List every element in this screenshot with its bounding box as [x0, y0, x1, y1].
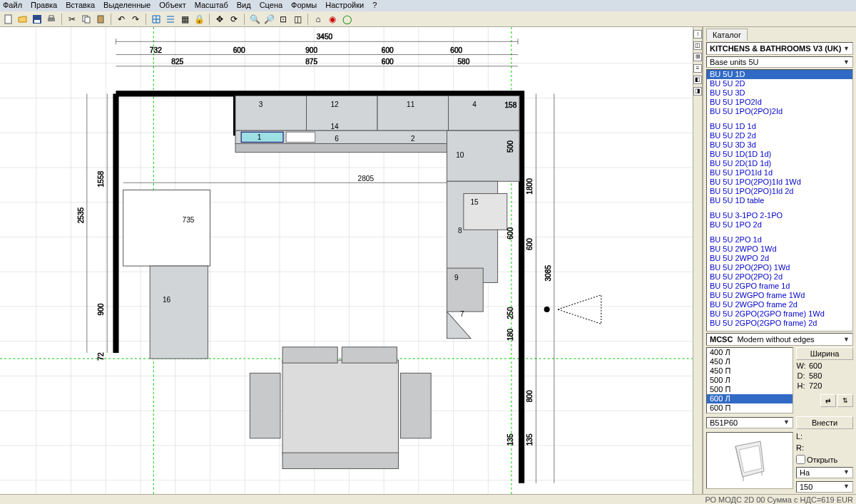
cut-icon[interactable]: ✂ — [66, 14, 78, 25]
catalog-item[interactable]: BU 5U 2D 2d — [707, 131, 852, 140]
zoom-in-icon[interactable]: 🔍 — [249, 14, 260, 25]
catalog-list[interactable]: BU 5U 1DBU 5U 2DBU 5U 3DBU 5U 1PO2IdBU 5… — [706, 69, 853, 331]
svg-text:580: 580 — [457, 58, 469, 66]
svg-rect-38 — [235, 96, 307, 130]
catalog-item[interactable]: BU 5U 3D 3d — [707, 140, 852, 150]
svg-text:250: 250 — [506, 307, 514, 319]
svg-text:1558: 1558 — [97, 171, 105, 187]
open-checkbox[interactable] — [796, 455, 805, 464]
catalog-item[interactable]: BU 5U 2WPO 2d — [707, 254, 852, 263]
vtool-3[interactable]: ⊞ — [693, 53, 702, 61]
catalog-item[interactable]: BU 5U 1D — [707, 70, 852, 79]
spot-icon[interactable]: ◯ — [341, 14, 352, 25]
menu-edit[interactable]: Правка — [31, 1, 57, 11]
layer-icon[interactable]: ▦ — [179, 14, 190, 25]
menu-settings[interactable]: Настройки — [325, 1, 364, 11]
catalog-item[interactable]: BU 5U 2D — [707, 79, 852, 88]
svg-rect-66 — [282, 360, 398, 454]
new-icon[interactable] — [3, 14, 14, 25]
catalog-item[interactable]: BU 5U 1D 1d — [707, 122, 852, 131]
catalog-item[interactable]: BU 5U 1D table — [707, 196, 852, 205]
size-item[interactable]: 500 Л — [707, 376, 793, 385]
cube-icon[interactable]: ◉ — [327, 14, 338, 25]
size-item[interactable]: 500 П — [707, 385, 793, 394]
menu-selected[interactable]: Выделенные — [103, 1, 151, 11]
catalog-item[interactable]: BU 5U 1PO 2d — [707, 220, 852, 230]
catalog-title-dropdown[interactable]: KITCHENS & BATHROOMS V3 (UK)▼ — [706, 42, 853, 55]
catalog-item[interactable]: BU 5U 1PO1Id 1d — [707, 168, 852, 178]
zoom-window-icon[interactable]: ◫ — [292, 14, 303, 25]
lines-icon[interactable] — [165, 14, 176, 25]
size-item[interactable]: 600 П — [707, 403, 793, 413]
svg-rect-53 — [286, 132, 315, 142]
size-item[interactable]: 600 Л — [707, 394, 793, 403]
menu-object[interactable]: Объект — [159, 1, 185, 11]
dd2[interactable]: 150▼ — [796, 481, 853, 493]
lock-icon[interactable]: 🔒 — [193, 14, 205, 25]
menu-help[interactable]: ? — [372, 1, 377, 11]
catalog-item[interactable]: BU 5U 1PO(2PO)1Id 1Wd — [707, 178, 852, 187]
menu-view[interactable]: Вид — [237, 1, 251, 11]
catalog-item[interactable]: BU 5U 2PO 1d — [707, 235, 852, 245]
svg-text:16: 16 — [163, 296, 171, 304]
catalog-item[interactable]: BU 5U 2GPO(2GPO frame) 2d — [707, 319, 852, 328]
insert-button[interactable]: Внести — [796, 416, 853, 429]
catalog-item[interactable]: BU 5U 3D — [707, 88, 852, 98]
vtool-2[interactable]: ◫ — [693, 41, 702, 50]
vtool-4[interactable]: ≡ — [693, 64, 702, 73]
base-dropdown[interactable]: B51P60▼ — [706, 417, 793, 428]
catalog-item[interactable]: BU 5U 1D(1D 1d) — [707, 150, 852, 159]
size-list[interactable]: 400 Л450 Л450 П500 Л500 П600 Л600 П — [706, 347, 793, 413]
open-icon[interactable] — [17, 14, 29, 25]
catalog-item[interactable]: BU 5U 1PO(2PO)2Id — [707, 107, 852, 116]
svg-point-72 — [544, 307, 550, 312]
vertical-tool-strip: ↕ ◫ ⊞ ≡ ◧ ◨ — [693, 27, 703, 494]
catalog-tab[interactable]: Каталог — [706, 29, 748, 41]
menu-scene[interactable]: Сцена — [260, 1, 282, 11]
svg-rect-39 — [307, 96, 378, 130]
width-button[interactable]: Ширина — [796, 347, 853, 360]
catalog-item[interactable]: BU 5U 2PO(2PO) 2d — [707, 272, 852, 282]
workspace[interactable]: 3 12 11 4 14 6 2 1 10 8 15 9 7 16 — [0, 27, 703, 494]
menubar: Файл Правка Вставка Выделенные Объект Ма… — [0, 0, 856, 11]
redo-icon[interactable]: ↷ — [130, 14, 141, 25]
zoom-fit-icon[interactable]: ⊡ — [277, 14, 289, 25]
category-dropdown[interactable]: Base units 5U▼ — [706, 56, 853, 68]
size-item[interactable]: 450 П — [707, 366, 793, 376]
svg-text:14: 14 — [330, 123, 339, 130]
catalog-item[interactable]: BU 5U 2GPO frame 1d — [707, 282, 852, 291]
size-item[interactable]: 400 Л — [707, 348, 793, 357]
vtool-5[interactable]: ◧ — [693, 76, 702, 84]
catalog-item[interactable]: BU 5U 3-1PO 2-1PO — [707, 211, 852, 220]
grid-icon[interactable] — [151, 14, 162, 25]
zoom-out-icon[interactable]: 🔎 — [263, 14, 275, 25]
dd1[interactable]: Ha▼ — [796, 467, 853, 478]
print-icon[interactable] — [46, 14, 57, 25]
flip-button[interactable]: ⇅ — [837, 394, 853, 407]
paste-icon[interactable] — [95, 14, 106, 25]
menu-forms[interactable]: Формы — [291, 1, 317, 11]
catalog-item[interactable]: BU 5U 2D(1D 1d) — [707, 159, 852, 168]
catalog-item[interactable]: BU 5U 1PO2Id — [707, 98, 852, 107]
catalog-item[interactable]: BU 5U 2WGPO frame 1Wd — [707, 291, 852, 300]
vtool-6[interactable]: ◨ — [693, 87, 702, 96]
mirror-button[interactable]: ⇄ — [820, 394, 836, 407]
refresh-icon[interactable]: ⟳ — [228, 14, 240, 25]
copy-icon[interactable] — [81, 14, 92, 25]
vtool-1[interactable]: ↕ — [693, 30, 702, 38]
undo-icon[interactable]: ↶ — [116, 14, 127, 25]
menu-file[interactable]: Файл — [3, 1, 22, 11]
catalog-item[interactable]: BU 5U 1PO(2PO)1Id 2d — [707, 187, 852, 196]
style-dropdown[interactable]: MCSCModern without edges▼ — [706, 333, 853, 346]
menu-scale[interactable]: Масштаб — [195, 1, 228, 11]
catalog-item[interactable]: BU 5U 2WPO 1Wd — [707, 245, 852, 254]
move-icon[interactable]: ✥ — [214, 14, 225, 25]
catalog-item[interactable]: BU 5U 2WGPO frame 2d — [707, 300, 852, 309]
svg-text:600: 600 — [450, 46, 462, 54]
save-icon[interactable] — [31, 14, 43, 25]
catalog-item[interactable]: BU 5U 2PO(2PO) 1Wd — [707, 263, 852, 272]
catalog-item[interactable]: BU 5U 2GPO(2GPO frame) 1Wd — [707, 309, 852, 319]
home-icon[interactable]: ⌂ — [312, 14, 324, 25]
menu-insert[interactable]: Вставка — [66, 1, 95, 11]
size-item[interactable]: 450 Л — [707, 357, 793, 366]
